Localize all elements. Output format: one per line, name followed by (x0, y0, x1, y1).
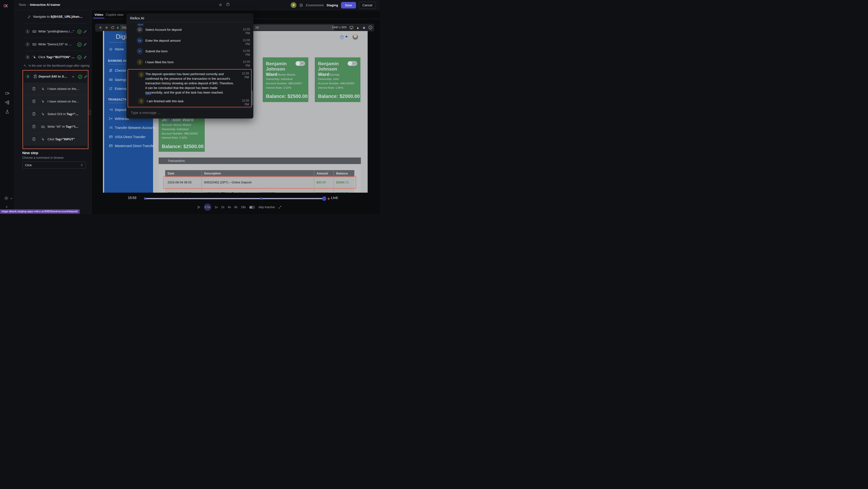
cursor-click-icon (41, 99, 45, 103)
sub-step-3-text: Select 524 in (48, 112, 67, 116)
breadcrumb: Tests›Interactive AI trainer (19, 3, 60, 6)
sub-step-1: I have clicked on the… (48, 87, 80, 91)
divider (126, 22, 253, 22)
timeline-track[interactable] (145, 198, 325, 199)
sub-step-5-text: Click (48, 137, 55, 141)
speed-8x[interactable]: 8x (235, 205, 238, 209)
environment-icon (299, 3, 303, 7)
speed-4x[interactable]: 4x (228, 205, 231, 209)
environment-value[interactable]: Staging (327, 3, 338, 7)
user-avatar[interactable]: B (290, 2, 297, 8)
browser-forward-icon[interactable] (104, 26, 108, 30)
bank-nav-savings-label: Savings (115, 78, 127, 82)
table-header-row: Date Description Amount Balance (165, 170, 354, 177)
fullscreen-expand-icon[interactable] (278, 205, 282, 209)
sub-step-3-bold: Tag="… (67, 112, 79, 116)
bank-nav-visa[interactable]: VISA Direct Transfer (104, 134, 153, 140)
html-link[interactable]: html (145, 92, 151, 96)
panel-resize-handle[interactable] (89, 110, 91, 115)
step-4-title[interactable]: Deposit $40 to S… (38, 75, 67, 78)
bank-help-icon[interactable] (340, 35, 344, 39)
flask-icon[interactable] (5, 110, 9, 114)
step-navigate[interactable]: Navigate to ${BASE_URL}/ban… (33, 15, 83, 19)
flow-tree-icon[interactable] (5, 100, 9, 105)
cancel-button[interactable]: Cancel (359, 2, 376, 9)
speed-2x[interactable]: 2x (221, 205, 224, 209)
bank-nav-mastercard[interactable]: Mastercard Direct Transfer (104, 143, 153, 149)
skip-inactive-toggle[interactable] (249, 206, 255, 209)
clipboard-check-icon (32, 99, 36, 103)
external-link-icon (109, 87, 113, 90)
sub-step-row[interactable]: Click Tag="INPUT" (24, 133, 87, 146)
chat-message-input[interactable] (131, 111, 245, 115)
chat-message-long: The deposit operation has been performed… (145, 72, 235, 95)
edit-pencil-icon[interactable] (83, 55, 87, 59)
breadcrumb-tests[interactable]: Tests (19, 3, 26, 6)
sub-step-row[interactable]: Select 524 in Tag="… (24, 108, 87, 120)
command-select[interactable]: Click (22, 162, 86, 169)
card-toggle[interactable]: OFF (296, 61, 305, 66)
sub-step-4-bold: Tag="I… (66, 125, 79, 128)
settings-gear-icon[interactable] (4, 196, 9, 201)
sub-step-row[interactable]: I have clicked on the… (24, 83, 87, 95)
video-camera-icon[interactable] (5, 91, 9, 95)
chevron-down-icon[interactable] (10, 197, 13, 200)
tab-copilot-view[interactable]: Copilot view (106, 13, 124, 17)
debug-icon[interactable] (219, 3, 222, 6)
speed-16x[interactable]: 16x (241, 205, 246, 209)
active-tab-underline (93, 18, 104, 19)
timeline-marker-start[interactable] (144, 198, 146, 200)
play-icon[interactable] (197, 205, 200, 209)
keyboard-icon (41, 125, 45, 129)
bank-nav-transfer[interactable]: Transfer Between Accounts (104, 125, 153, 131)
chat-timestamp: 11:03 PM (239, 27, 250, 35)
step-3[interactable]: Click Tag="BUTTON" … (38, 55, 74, 59)
bank-nav-home-label: Home (115, 47, 124, 51)
info-icon[interactable] (368, 25, 372, 30)
edit-pencil-icon[interactable] (83, 42, 87, 47)
timeline-thumb[interactable] (322, 196, 326, 201)
clipboard-check-icon (32, 124, 36, 128)
col-balance[interactable]: Balance (334, 170, 354, 177)
help-icon[interactable] (226, 2, 230, 6)
page-title: Interactive AI trainer (30, 3, 60, 6)
browser-back-icon[interactable] (99, 26, 102, 30)
sub-step-row[interactable]: Write "40" in Tag="I… (24, 120, 87, 133)
step-1[interactable]: Write "jsmith@demo.i…" (38, 30, 74, 33)
tab-video[interactable]: Video (94, 13, 103, 17)
html-link[interactable]: html (137, 23, 144, 26)
col-date[interactable]: Date (165, 170, 202, 177)
clipboard-check-icon (33, 75, 37, 79)
card-toggle[interactable]: OFF (347, 61, 357, 66)
add-plus-icon[interactable]: + (6, 205, 8, 209)
speed-0-5x[interactable]: 0.5x (204, 204, 211, 211)
live-label[interactable]: LIVE (331, 196, 338, 200)
transactions-header: Transactions (159, 157, 361, 164)
chat-message: I am finished with this task (147, 99, 184, 103)
chat-timestamp: 11:03 PM (238, 71, 249, 79)
step-2[interactable]: Write "Demo123!" in … (38, 42, 72, 46)
bank-user-avatar[interactable] (352, 34, 358, 40)
checking-icon (109, 68, 113, 72)
edit-pencil-icon[interactable] (83, 30, 87, 34)
sub-step-4-text: Write "40" in (48, 125, 66, 128)
assertion-note[interactable]: Is the user on the dashboard page after … (29, 64, 90, 67)
edit-pencil-icon[interactable] (84, 75, 88, 79)
bank-nav-deposit-label: Deposit (115, 108, 126, 112)
cx-logo[interactable]: cx (3, 2, 7, 9)
transfer-shuffle-icon (109, 126, 113, 130)
card-account: Account: Money Market (266, 73, 295, 76)
speed-1x[interactable]: 1x (215, 205, 218, 209)
col-amount[interactable]: Amount (314, 170, 334, 177)
timeline-marker-mid[interactable] (260, 198, 262, 200)
col-description[interactable]: Description (202, 170, 314, 177)
monitor-icon[interactable] (349, 26, 353, 30)
browser-refresh-icon[interactable] (111, 26, 115, 30)
collapse-chevron-up-icon[interactable] (71, 75, 75, 79)
chat-scrollbar[interactable] (251, 90, 253, 106)
account-card: OFF Benjamin Johnson Ward Account: Savin… (315, 57, 361, 102)
bank-nav-mastercard-label: Mastercard Direct Transfer (115, 144, 155, 148)
step-4-number: 4 (25, 74, 30, 79)
sub-step-row[interactable]: I have clicked on the… (24, 95, 87, 108)
save-button[interactable]: Save (341, 2, 356, 8)
